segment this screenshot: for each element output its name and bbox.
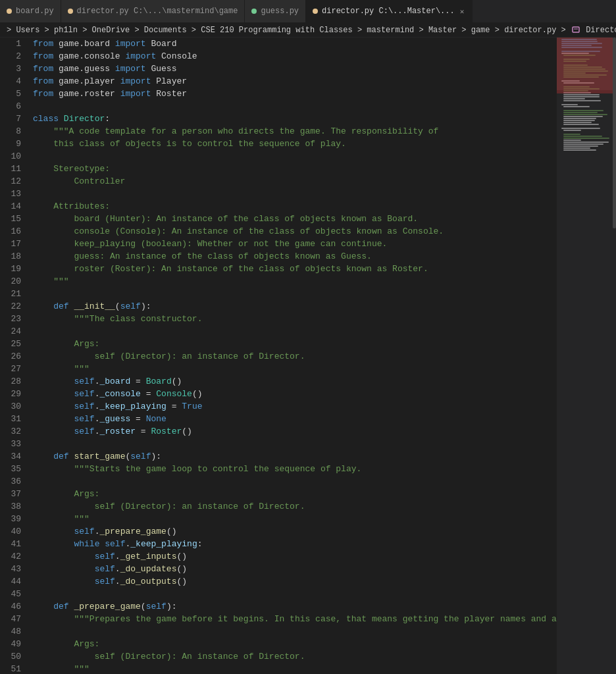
line-number-11: 11 [0,163,21,175]
tab-bar: board.py director.py C:\...\mastermind\g… [0,0,616,23]
code-line-40: self._prepare_game() [33,525,557,538]
code-area[interactable]: from game.board import Boardfrom game.co… [26,38,557,674]
code-line-15: board (Hunter): An instance of the class… [33,213,557,225]
line-number-51: 51 [0,663,21,674]
code-line-45 [33,588,557,600]
tab-label-board: board.py [16,7,54,16]
line-number-49: 49 [0,638,21,650]
code-line-5: from game.roster import Roster [33,88,557,100]
code-line-34: def start_game(self): [33,450,557,463]
code-line-44: self._do_outputs() [33,575,557,588]
tab-director2[interactable]: director.py C:\...Master\... ✕ [306,0,473,22]
code-line-6 [33,100,557,113]
line-number-38: 38 [0,500,21,513]
code-line-42: self._get_inputs() [33,550,557,563]
code-line-11: Stereotype: [33,163,557,175]
line-number-14: 14 [0,200,21,213]
code-line-43: self._do_updates() [33,563,557,575]
code-line-23: """The class constructor. [33,313,557,325]
line-numbers: 1234567891011121314151617181920212223242… [0,38,26,674]
line-number-25: 25 [0,338,21,350]
line-number-26: 26 [0,350,21,363]
line-number-30: 30 [0,400,21,413]
line-number-43: 43 [0,563,21,575]
svg-rect-0 [573,27,579,32]
tab-dot-director1 [68,9,73,14]
more-button[interactable] [605,10,611,13]
line-number-6: 6 [0,100,21,113]
line-number-20: 20 [0,275,21,288]
minimap[interactable] [557,38,616,674]
line-number-42: 42 [0,550,21,563]
line-number-50: 50 [0,650,21,663]
tab-board[interactable]: board.py [0,0,61,22]
line-number-1: 1 [0,38,21,50]
code-line-24 [33,325,557,338]
line-number-16: 16 [0,225,21,238]
code-line-29: self._console = Console() [33,388,557,400]
line-number-7: 7 [0,113,21,125]
line-number-27: 27 [0,363,21,375]
code-line-47: """Prepares the game before it begins. I… [33,613,557,625]
minimap-content [557,38,616,674]
code-line-2: from game.console import Console [33,50,557,63]
tab-dot-guess [251,9,257,14]
line-number-35: 35 [0,463,21,475]
line-number-15: 15 [0,213,21,225]
code-line-41: while self._keep_playing: [33,538,557,550]
code-line-19: roster (Roster): An instance of the clas… [33,263,557,275]
code-line-8: """A code template for a person who dire… [33,125,557,138]
line-number-19: 19 [0,263,21,275]
line-number-36: 36 [0,475,21,488]
code-line-35: """Starts the game loop to control the s… [33,463,557,475]
tab-label-director2: director.py C:\...Master\... [322,7,455,16]
code-line-48 [33,625,557,638]
code-line-9: this class of objects is to control the … [33,138,557,150]
code-line-32: self._roster = Roster() [33,425,557,438]
line-number-4: 4 [0,75,21,88]
tab-close-icon[interactable]: ✕ [459,7,466,16]
line-number-28: 28 [0,375,21,388]
breadcrumb: > Users > ph1ln > OneDrive > Documents >… [0,23,616,38]
code-line-1: from game.board import Board [33,38,557,50]
line-number-33: 33 [0,438,21,450]
split-button[interactable] [595,10,600,13]
line-number-8: 8 [0,125,21,138]
scrollbar[interactable] [613,38,616,674]
code-line-25: Args: [33,338,557,350]
code-line-38: self (Director): an instance of Director… [33,500,557,513]
run-button[interactable] [584,10,590,13]
tab-dot-board [7,9,12,14]
code-line-28: self._board = Board() [33,375,557,388]
code-line-12: Controller [33,175,557,188]
code-line-33 [33,438,557,450]
line-number-45: 45 [0,588,21,600]
tab-guess[interactable]: guess.py [245,0,306,22]
code-line-13 [33,188,557,200]
line-number-40: 40 [0,525,21,538]
line-number-31: 31 [0,413,21,425]
code-line-26: self (Director): an instance of Director… [33,350,557,363]
line-number-24: 24 [0,325,21,338]
line-number-41: 41 [0,538,21,550]
code-line-7: class Director: [33,113,557,125]
code-line-14: Attributes: [33,200,557,213]
line-number-22: 22 [0,300,21,313]
scrollbar-thumb[interactable] [613,38,616,228]
code-line-30: self._keep_playing = True [33,400,557,413]
tab-dot-director2 [313,9,318,14]
line-number-46: 46 [0,600,21,613]
line-number-48: 48 [0,625,21,638]
tab-label-guess: guess.py [261,7,299,16]
line-number-2: 2 [0,50,21,63]
code-line-31: self._guess = None [33,413,557,425]
code-line-37: Args: [33,488,557,500]
code-line-3: from game.guess import Guess [33,63,557,75]
tab-director1[interactable]: director.py C:\...\mastermind\game [61,0,245,22]
code-line-27: """ [33,363,557,375]
line-number-9: 9 [0,138,21,150]
code-line-46: def _prepare_game(self): [33,600,557,613]
line-number-34: 34 [0,450,21,463]
tab-actions [584,0,616,22]
code-line-21 [33,288,557,300]
